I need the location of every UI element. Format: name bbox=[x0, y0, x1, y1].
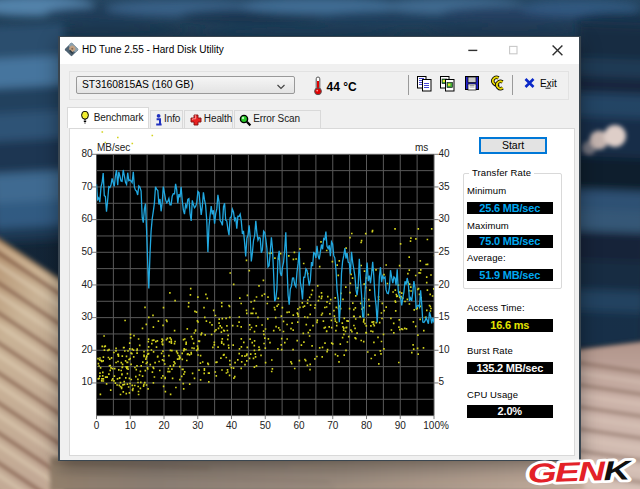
svg-text:44 °C: 44 °C bbox=[327, 79, 357, 93]
svg-text:GENK: GENK bbox=[527, 455, 633, 489]
svg-text:Exit: Exit bbox=[540, 78, 557, 89]
